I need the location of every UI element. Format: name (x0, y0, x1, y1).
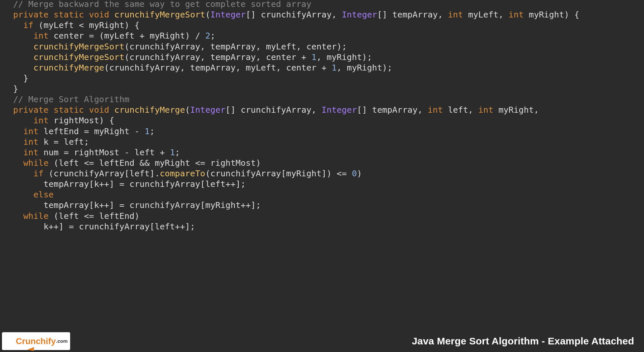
token-violet: Integer (190, 105, 225, 115)
token-kw: if (23, 20, 34, 30)
token-plain: rightMost) { (48, 115, 114, 125)
code-line: crunchifyMergeSort(crunchifyArray, tempA… (13, 52, 579, 62)
token-kw: private (13, 105, 48, 115)
token-kw: int (509, 10, 524, 19)
code-line: int k = left; (13, 136, 579, 147)
token-num: 1 (332, 63, 336, 73)
token-kw: void (89, 10, 109, 19)
code-line: crunchifyMerge(crunchifyArray, tempArray… (13, 62, 579, 73)
token-plain: , myRight); (337, 63, 392, 73)
svg-marker-0 (27, 347, 34, 351)
token-kw: while (23, 211, 49, 221)
token-plain: (crunchifyArray[left]. (43, 168, 160, 178)
code-line: if (crunchifyArray[left].compareTo(crunc… (13, 168, 579, 179)
token-plain (109, 10, 114, 19)
token-plain: } (13, 84, 18, 94)
code-line: private static void crunchifyMergeSort(I… (13, 9, 579, 20)
code-line: int leftEnd = myRight - 1; (13, 126, 579, 136)
token-kw: void (89, 105, 109, 115)
code-line: } (13, 83, 579, 94)
token-kw: else (33, 190, 53, 199)
token-num: 1 (145, 126, 149, 136)
code-line: crunchifyMergeSort(crunchifyArray, tempA… (13, 41, 579, 52)
caption-overlay: Java Merge Sort Algorithm - Example Atta… (412, 335, 634, 347)
token-plain: ( (185, 105, 190, 115)
token-func: compareTo (160, 168, 205, 178)
token-func: crunchifyMerge (33, 63, 104, 73)
code-line: if (myLeft < myRight) { (13, 20, 579, 30)
token-plain: (crunchifyArray, tempArray, myLeft, cent… (124, 42, 347, 51)
code-line: } (13, 73, 579, 83)
token-plain: [] tempArray, (377, 10, 448, 19)
token-num: 2 (205, 31, 210, 41)
token-kw: int (23, 147, 39, 157)
token-func: crunchifyMerge (114, 105, 185, 115)
token-violet: Integer (342, 10, 377, 19)
token-plain: ; (175, 147, 180, 157)
code-line: // Merge Sort Algorithm (13, 94, 579, 104)
token-plain: (left <= leftEnd) (48, 211, 139, 221)
token-plain: myRight) { (524, 10, 579, 19)
token-plain: k++] = crunchifyArray[left++]; (43, 221, 195, 231)
token-kw: if (33, 168, 43, 178)
token-plain: ) (357, 168, 362, 178)
token-func: crunchifyMergeSort (114, 10, 205, 19)
token-plain: (crunchifyArray[myRight]) <= (205, 168, 352, 178)
token-violet: Integer (322, 105, 357, 115)
brand-name: Crunchify (16, 336, 56, 347)
token-plain: myLeft, (463, 10, 508, 19)
token-plain: center = (myLeft + myRight) / (48, 31, 205, 41)
token-plain: tempArray[k++] = crunchifyArray[myRight+… (43, 200, 261, 210)
token-kw: int (428, 105, 443, 115)
token-plain: ( (205, 10, 210, 19)
code-editor: // Merge backward the same way to get co… (0, 0, 579, 232)
token-kw: int (33, 115, 48, 125)
token-plain: ; (210, 31, 215, 41)
code-line: tempArray[k++] = crunchifyArray[left++]; (13, 179, 579, 189)
token-plain (84, 10, 89, 19)
token-plain: (left <= leftEnd && myRight <= rightMost… (48, 158, 261, 168)
code-line: k++] = crunchifyArray[left++]; (13, 221, 579, 232)
token-plain: [] tempArray, (357, 105, 428, 115)
code-line: // Merge backward the same way to get co… (13, 0, 579, 9)
token-plain: leftEnd = myRight - (39, 126, 145, 136)
token-plain: tempArray[k++] = crunchifyArray[left++]; (43, 179, 246, 189)
brand-logo: Crunchify .com (2, 332, 70, 350)
token-plain: k = left; (39, 137, 89, 147)
token-plain: } (23, 73, 28, 83)
token-kw: static (54, 10, 84, 19)
code-line: while (left <= leftEnd && myRight <= rig… (13, 158, 579, 168)
chevron-left-icon (4, 335, 14, 347)
token-plain: [] crunchifyArray, (246, 10, 342, 19)
token-plain: (crunchifyArray, tempArray, center + (124, 52, 311, 62)
token-kw: int (23, 137, 39, 147)
token-plain: [] crunchifyArray, (226, 105, 322, 115)
token-plain: ; (150, 126, 155, 136)
code-line: while (left <= leftEnd) (13, 211, 579, 221)
token-kw: int (33, 31, 48, 41)
code-line: else (13, 189, 579, 200)
token-violet: Integer (210, 10, 246, 19)
token-plain (48, 105, 53, 115)
token-plain (48, 10, 53, 19)
code-line: int num = rightMost - left + 1; (13, 147, 579, 158)
token-plain: (crunchifyArray, tempArray, myLeft, cent… (104, 63, 332, 73)
token-num: 1 (170, 147, 175, 157)
token-num: 1 (311, 52, 316, 62)
token-func: crunchifyMergeSort (33, 52, 124, 62)
token-plain (84, 105, 89, 115)
code-line: int rightMost) { (13, 115, 579, 126)
token-comment: // Merge Sort Algorithm (13, 94, 129, 104)
token-plain (109, 105, 114, 115)
code-line: private static void crunchifyMerge(Integ… (13, 104, 579, 115)
token-kw: private (13, 10, 48, 19)
token-plain: , myRight); (316, 52, 372, 62)
token-kw: int (23, 126, 39, 136)
token-kw: static (54, 105, 84, 115)
token-plain: left, (443, 105, 478, 115)
token-kw: while (23, 158, 49, 168)
token-plain: myRight, (494, 105, 539, 115)
code-line: tempArray[k++] = crunchifyArray[myRight+… (13, 200, 579, 210)
brand-suffix: .com (56, 338, 67, 344)
token-plain: num = rightMost - left + (39, 147, 170, 157)
